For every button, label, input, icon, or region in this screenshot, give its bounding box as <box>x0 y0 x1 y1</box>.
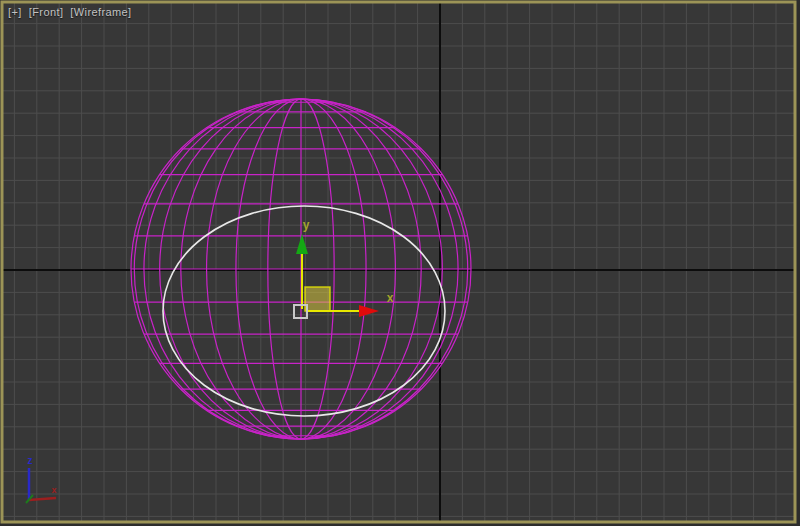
viewport-menu-general[interactable]: [+] <box>8 6 22 18</box>
viewport-background <box>3 3 794 521</box>
gizmo-y-label: y <box>303 218 310 232</box>
viewport-canvas[interactable]: y x z x <box>0 0 800 526</box>
viewport-front-wireframe[interactable]: y x z x [+] [Front] [Wireframe] <box>0 0 800 526</box>
viewport-menu-shading[interactable]: [Wireframe] <box>70 6 131 18</box>
viewport-label: [+] [Front] [Wireframe] <box>8 6 132 18</box>
tripod-z-label: z <box>28 455 33 466</box>
gizmo-x-label: x <box>387 291 394 305</box>
tripod-x-label: x <box>51 485 56 495</box>
gizmo-xy-plane-handle[interactable] <box>305 287 330 311</box>
viewport-menu-pov[interactable]: [Front] <box>29 6 64 18</box>
